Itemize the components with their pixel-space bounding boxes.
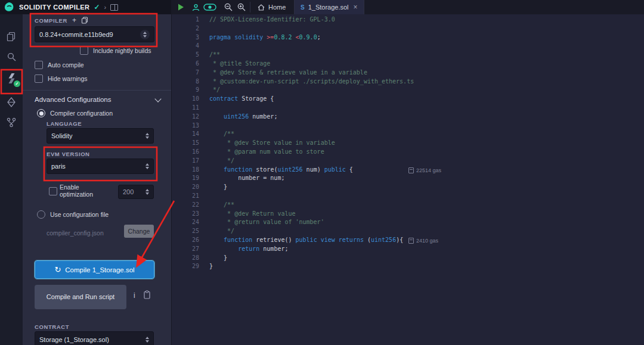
- compile-button[interactable]: ↻ Compile 1_Storage.sol: [35, 260, 154, 279]
- hide-warnings-checkbox[interactable]: [35, 74, 43, 83]
- line-number: 14: [172, 130, 199, 139]
- chevron-right-icon[interactable]: ›: [104, 4, 107, 11]
- advanced-configurations-header[interactable]: Advanced Configurations: [35, 96, 160, 103]
- line-number: 4: [172, 42, 199, 51]
- tab-file-label: 1_Storage.sol: [308, 4, 349, 11]
- line-number: 15: [172, 139, 199, 148]
- chevron-down-icon: [154, 95, 161, 102]
- code-line: 21: [172, 192, 644, 201]
- compiler-configuration-label: Compiler configuration: [50, 110, 113, 117]
- evm-version-select[interactable]: paris: [47, 158, 154, 174]
- contract-select[interactable]: Storage (1_Storage.sol): [35, 331, 154, 345]
- code-line: 9 */: [172, 86, 644, 95]
- compile-refresh-icon: ↻: [54, 265, 61, 274]
- include-nightly-label: Include nightly builds: [93, 47, 151, 54]
- line-number: 10: [172, 95, 199, 104]
- code-editor[interactable]: 1// SPDX-License-Identifier: GPL-3.023pr…: [171, 14, 644, 345]
- code-line: 25 */: [172, 227, 644, 236]
- solidity-compiler-panel: COMPILER + 0.8.24+commit.e11b9ed9 Includ…: [23, 14, 171, 345]
- code-line: 19 number = num;: [172, 174, 644, 183]
- code-line: 18 function store(uint256 num) public {2…: [172, 166, 644, 175]
- code-line: 8 * @custom:dev-run-script ./scripts/dep…: [172, 77, 644, 86]
- evm-version-value: paris: [51, 163, 66, 170]
- tab-home[interactable]: Home: [252, 0, 292, 14]
- play-icon: [178, 4, 184, 11]
- remix-ide-window: SOLIDITY COMPILER ✓ ›: [0, 0, 644, 345]
- gas-icon: [408, 167, 414, 173]
- zoom-in-icon[interactable]: [236, 0, 247, 14]
- enable-optimization-label: Enable optimization: [60, 184, 112, 198]
- remix-logo-icon: [3, 2, 15, 13]
- language-select[interactable]: Solidity: [47, 128, 154, 144]
- toolbar-separator: [250, 2, 250, 13]
- solidity-file-icon: S: [301, 4, 305, 11]
- source-control-icon[interactable]: [5, 116, 18, 129]
- tab-1-storage-sol[interactable]: S 1_Storage.sol ×: [294, 0, 364, 14]
- line-number: 21: [172, 192, 199, 201]
- clipboard-icon[interactable]: [143, 290, 151, 302]
- compiler-version-stepper-icon: [140, 30, 150, 39]
- info-icon[interactable]: i: [134, 291, 135, 300]
- line-number: 7: [172, 69, 199, 77]
- nightly-builds-row: Include nightly builds: [80, 46, 151, 55]
- code-line: 20 }: [172, 183, 644, 192]
- gas-estimate-badge: 2410 gas: [408, 237, 438, 245]
- code-line: 15 * @dev Store value in variable: [172, 139, 644, 148]
- line-number: 13: [172, 122, 199, 130]
- use-configuration-file-radio[interactable]: [37, 210, 45, 219]
- gas-estimate-badge: 22514 gas: [408, 166, 441, 175]
- advanced-configurations-label: Advanced Configurations: [35, 96, 112, 103]
- ai-copilot-toggle[interactable]: [202, 0, 218, 14]
- editor-toolbar: Home S 1_Storage.sol ×: [171, 0, 644, 14]
- copy-compiler-icon[interactable]: [81, 17, 88, 24]
- top-bar: SOLIDITY COMPILER ✓ ›: [0, 0, 644, 14]
- line-number: 22: [172, 201, 199, 210]
- close-tab-icon[interactable]: ×: [354, 3, 358, 11]
- line-number: 27: [172, 245, 199, 254]
- optimization-runs-input[interactable]: 200: [118, 185, 154, 199]
- line-number: 12: [172, 113, 199, 122]
- search-icon[interactable]: [5, 50, 18, 63]
- change-config-button[interactable]: Change: [124, 225, 154, 238]
- line-number: 29: [172, 262, 199, 271]
- line-number: 19: [172, 174, 199, 183]
- code-line: 11: [172, 104, 644, 113]
- gas-icon: [408, 238, 414, 244]
- compiler-section-header: COMPILER +: [35, 17, 88, 24]
- panel-layout-icon[interactable]: [110, 4, 118, 11]
- line-number: 6: [172, 60, 199, 69]
- panel-divider: [23, 90, 171, 91]
- compiler-version-select[interactable]: 0.8.24+commit.e11b9ed9: [35, 26, 154, 42]
- line-number: 2: [172, 24, 199, 33]
- code-line: 6 * @title Storage: [172, 60, 644, 69]
- line-number: 3: [172, 33, 199, 42]
- code-line: 24 * @return value of 'number': [172, 218, 644, 227]
- ai-assistant-icon[interactable]: [190, 0, 201, 14]
- use-configuration-file-label: Use configuration file: [50, 211, 109, 218]
- deploy-run-icon[interactable]: [5, 95, 18, 108]
- run-script-button[interactable]: [175, 0, 187, 14]
- contract-value: Storage (1_Storage.sol): [39, 336, 109, 343]
- file-explorer-icon[interactable]: [5, 30, 18, 43]
- auto-compile-checkbox[interactable]: [35, 61, 43, 69]
- compiler-configuration-radio[interactable]: [37, 109, 45, 117]
- compile-success-badge: ✓: [14, 80, 20, 87]
- enable-optimization-checkbox[interactable]: [49, 187, 57, 195]
- plugin-header: SOLIDITY COMPILER ✓ ›: [0, 0, 171, 14]
- code-line: 4: [172, 42, 644, 51]
- code-line: 7 * @dev Store & retrieve value in a var…: [172, 69, 644, 77]
- add-compiler-icon[interactable]: +: [72, 17, 76, 23]
- auto-compile-row: Auto compile: [35, 61, 84, 69]
- page-title: SOLIDITY COMPILER: [19, 4, 89, 11]
- compile-and-run-button[interactable]: Compile and Run script: [35, 285, 126, 309]
- zoom-out-icon[interactable]: [222, 0, 234, 14]
- line-number: 28: [172, 254, 199, 263]
- line-number: 17: [172, 157, 199, 166]
- code-line: 2: [172, 24, 644, 33]
- vertical-icon-panel: ✓: [0, 14, 23, 345]
- solidity-compiler-icon[interactable]: ✓: [5, 72, 18, 85]
- include-nightly-checkbox[interactable]: [80, 46, 88, 55]
- compiler-label: COMPILER: [35, 17, 67, 24]
- code-line: 5/**: [172, 51, 644, 60]
- plugin-active-check-icon: ✓: [94, 3, 100, 11]
